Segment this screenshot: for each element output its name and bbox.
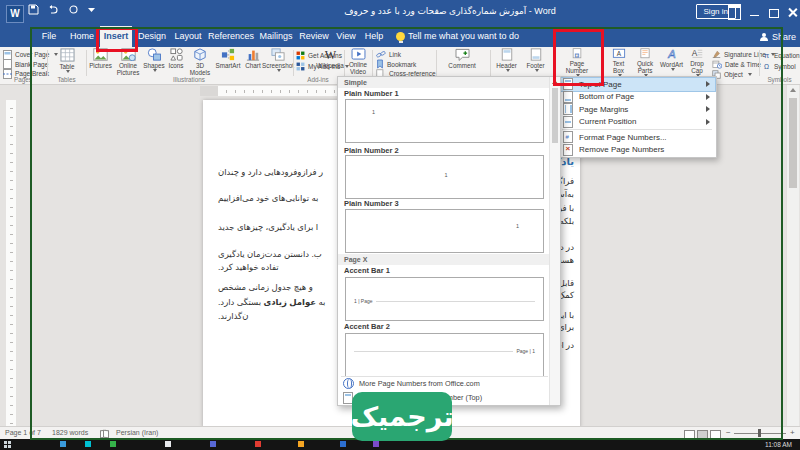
vertical-ruler[interactable]	[6, 100, 16, 426]
taskbar-app-icon[interactable]	[85, 441, 91, 447]
symbol-button[interactable]: Ω Symbol	[762, 62, 800, 71]
bookmark-button[interactable]: Bookmark	[376, 60, 416, 69]
tab-home[interactable]: Home	[66, 26, 98, 47]
text-box-button[interactable]: A Text Box	[606, 48, 631, 77]
tab-help[interactable]: Help	[361, 26, 387, 47]
menu-item-bottom-of-page[interactable]: Bottom of Page	[559, 91, 715, 104]
more-page-numbers-item[interactable]: More Page Numbers from Office.com	[338, 377, 560, 390]
online-video-button[interactable]: Online Video	[346, 48, 370, 77]
window-controls	[728, 4, 798, 20]
language-indicator[interactable]: Persian (Iran)	[116, 429, 158, 436]
top-of-page-icon	[563, 78, 573, 90]
tab-review[interactable]: Review	[297, 26, 331, 47]
taskbar-app-icon[interactable]	[340, 441, 346, 447]
wordart-button[interactable]: A WordArt	[659, 48, 684, 77]
equation-button[interactable]: π Equation	[762, 51, 800, 60]
zoom-out-icon[interactable]: −	[726, 428, 731, 437]
taskbar-app-icon[interactable]	[165, 441, 171, 447]
close-icon[interactable]	[787, 7, 798, 18]
tab-mailings[interactable]: Mailings	[257, 26, 295, 47]
print-layout-icon[interactable]	[697, 430, 708, 439]
proofing-icon[interactable]	[100, 429, 109, 437]
taskbar-app-icon[interactable]	[373, 441, 379, 447]
online-video-icon	[351, 48, 366, 60]
save-icon[interactable]	[28, 4, 39, 15]
blank-page-button[interactable]: Blank Page	[3, 60, 48, 69]
scroll-up-icon[interactable]	[790, 88, 796, 92]
ribbon-display-options-icon[interactable]	[728, 4, 741, 20]
menu-item-page-margins[interactable]: Page Margins	[559, 103, 715, 116]
gallery-item-label: Plain Number 1	[344, 89, 399, 98]
smartart-button[interactable]: SmartArt	[214, 48, 242, 77]
page-number-button[interactable]: 1 Page Number	[557, 48, 597, 77]
header-button[interactable]: Header	[493, 48, 520, 77]
taskbar-clock[interactable]: 11:08 AM	[765, 441, 792, 448]
gallery-item-plain-number-2[interactable]: 1	[345, 155, 544, 199]
tab-insert[interactable]: Insert	[100, 26, 132, 47]
taskbar-app-icon[interactable]	[110, 441, 116, 447]
smartart-icon	[221, 48, 235, 61]
tab-layout[interactable]: Layout	[171, 26, 205, 47]
footer-button[interactable]: Footer	[522, 48, 549, 77]
zoom-in-icon[interactable]: +	[790, 428, 795, 437]
scrollbar-thumb[interactable]	[789, 98, 797, 188]
tell-me-box[interactable]: Tell me what you want to do	[408, 26, 528, 47]
group-divider	[86, 50, 87, 76]
scroll-up-icon[interactable]	[552, 80, 558, 84]
title-bar: W آموزش شماره‌گذاری صفحات ورد با عدد و ح…	[0, 0, 800, 26]
table-icon	[60, 48, 75, 62]
icons-button[interactable]: Icons	[166, 48, 186, 77]
store-icon	[296, 51, 305, 60]
shapes-button[interactable]: Shapes	[143, 48, 165, 77]
gallery-item-plain-number-1[interactable]: 1	[345, 99, 544, 143]
drop-cap-button[interactable]: A Drop Cap	[685, 48, 709, 77]
menu-item-remove-page-numbers[interactable]: Remove Page Numbers	[559, 144, 715, 157]
3d-models-button[interactable]: 3D Models	[187, 48, 213, 77]
start-button[interactable]	[4, 441, 11, 448]
pictures-button[interactable]: Pictures	[88, 48, 113, 77]
redo-icon[interactable]	[68, 4, 79, 15]
preview-number: 1	[372, 109, 375, 115]
taskbar-app-icon[interactable]	[255, 441, 261, 447]
document-scrollbar[interactable]	[786, 84, 799, 426]
scrollbar-thumb[interactable]	[552, 88, 558, 143]
web-layout-icon[interactable]	[710, 430, 721, 439]
maximize-icon[interactable]	[768, 7, 779, 18]
screenshot-button[interactable]: Screenshot	[264, 48, 292, 77]
online-pictures-button[interactable]: Online Pictures	[114, 48, 142, 77]
gallery-item-plain-number-3[interactable]: 1	[345, 209, 544, 253]
document-text: ن‌گذارند.	[218, 311, 248, 321]
tab-references[interactable]: References	[207, 26, 255, 47]
minimize-icon[interactable]	[749, 7, 760, 18]
zoom-slider-thumb[interactable]	[758, 429, 761, 437]
gallery-item-accent-bar-1[interactable]: 1 | Page	[345, 277, 544, 321]
menu-item-format-page-numbers[interactable]: Format Page Numbers...	[559, 131, 715, 144]
tab-design[interactable]: Design	[135, 26, 169, 47]
chart-button[interactable]: Chart	[243, 48, 263, 77]
wikipedia-button[interactable]: W Wikipedia	[317, 48, 343, 77]
wikipedia-icon: W	[323, 48, 338, 61]
gallery-scrollbar[interactable]	[549, 77, 560, 405]
chart-icon	[246, 48, 260, 61]
preview-number: 1	[516, 223, 519, 229]
link-button[interactable]: Link	[376, 50, 401, 59]
customize-qat-caret-icon[interactable]	[88, 7, 95, 12]
taskbar-app-icon[interactable]	[210, 441, 216, 447]
menu-item-current-position[interactable]: Current Position	[559, 116, 715, 129]
page-indicator[interactable]: Page 1 of 7	[5, 429, 41, 436]
quick-parts-button[interactable]: Quick Parts	[632, 48, 658, 77]
taskbar-app-icon[interactable]	[298, 441, 304, 447]
taskbar-app-icon[interactable]	[60, 441, 66, 447]
chevron-down-icon	[671, 68, 675, 71]
share-button[interactable]: Share	[760, 26, 796, 47]
tab-view[interactable]: View	[333, 26, 359, 47]
tab-file[interactable]: File	[36, 26, 62, 47]
table-button[interactable]: Table	[50, 48, 84, 77]
word-count[interactable]: 1829 words	[52, 429, 88, 436]
menu-item-top-of-page[interactable]: Top of Page	[559, 78, 715, 91]
gallery-item-accent-bar-2[interactable]: Page | 1	[345, 333, 544, 377]
date-time-button[interactable]: Date & Time	[712, 60, 761, 69]
undo-icon[interactable]	[48, 4, 59, 15]
comment-button[interactable]: Comment	[447, 48, 477, 77]
read-mode-icon[interactable]	[684, 430, 695, 439]
